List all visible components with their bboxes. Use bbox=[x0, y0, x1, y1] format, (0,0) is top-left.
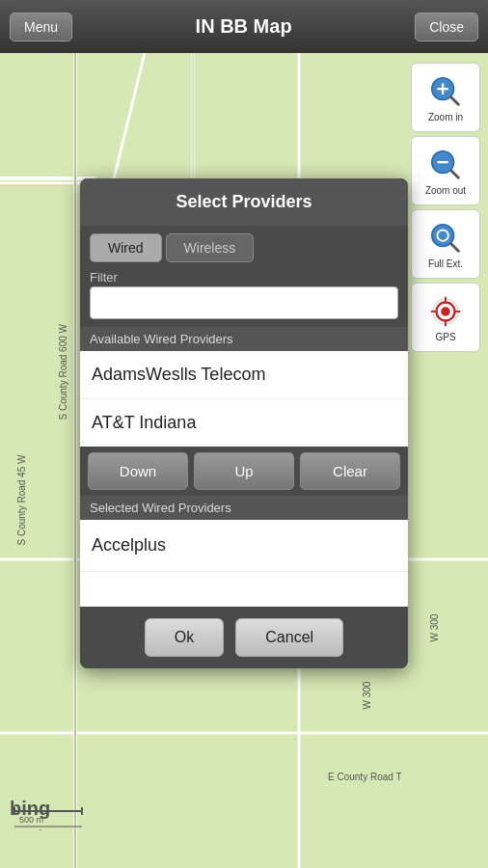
close-button[interactable]: Close bbox=[415, 13, 478, 41]
filter-label: Filter bbox=[80, 266, 408, 286]
selected-providers-list: Accelplus bbox=[80, 520, 408, 607]
tab-wireless[interactable]: Wireless bbox=[166, 233, 255, 262]
ok-button[interactable]: Ok bbox=[145, 618, 224, 657]
cancel-button[interactable]: Cancel bbox=[235, 618, 343, 657]
available-providers-header: Available Wired Providers bbox=[80, 327, 408, 351]
selected-item-1[interactable]: Accelplus bbox=[80, 520, 408, 572]
provider-item-1[interactable]: AdamsWeslls Telecom bbox=[80, 351, 408, 399]
dialog-footer: Ok Cancel bbox=[80, 607, 408, 668]
provider-item-2[interactable]: AT&T Indiana bbox=[80, 399, 408, 447]
available-providers-list: AdamsWeslls Telecom AT&T Indiana bbox=[80, 351, 408, 447]
selected-providers-header: Selected Wired Providers bbox=[80, 496, 408, 520]
filter-input[interactable] bbox=[90, 286, 398, 319]
select-providers-modal: Select Providers Wired Wireless Filter A… bbox=[80, 178, 408, 668]
action-row: Down Up Clear bbox=[80, 447, 408, 496]
modal-overlay: Select Providers Wired Wireless Filter A… bbox=[0, 53, 488, 868]
tab-row: Wired Wireless bbox=[80, 226, 408, 266]
down-button[interactable]: Down bbox=[88, 452, 188, 490]
modal-title: Select Providers bbox=[80, 178, 408, 226]
menu-button[interactable]: Menu bbox=[10, 13, 72, 41]
header-bar: Menu IN BB Map Close bbox=[0, 0, 488, 53]
up-button[interactable]: Up bbox=[194, 452, 294, 490]
app-title: IN BB Map bbox=[72, 15, 415, 38]
tab-wired[interactable]: Wired bbox=[90, 233, 162, 262]
clear-button[interactable]: Clear bbox=[300, 452, 400, 490]
